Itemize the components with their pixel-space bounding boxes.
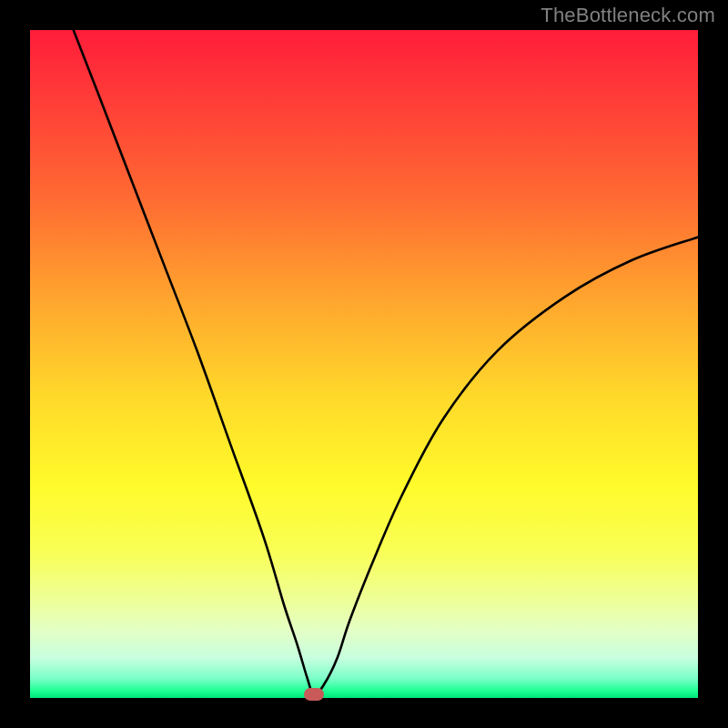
- curve-path: [74, 30, 698, 695]
- chart-container: TheBottleneck.com: [0, 0, 728, 728]
- optimal-marker: [304, 688, 324, 701]
- plot-area: [30, 30, 698, 698]
- watermark-label: TheBottleneck.com: [541, 4, 715, 27]
- curve-svg: [30, 30, 698, 698]
